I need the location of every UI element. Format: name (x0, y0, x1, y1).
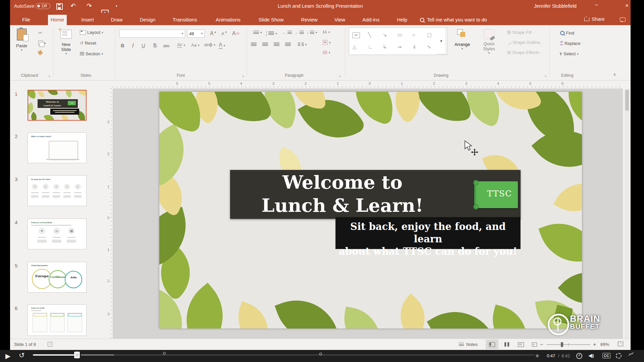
exit-fullscreen-icon[interactable]: ↙ ↗ (628, 351, 634, 357)
progress-played[interactable] (33, 354, 76, 356)
quick-access-customize-icon[interactable]: ▾ (116, 4, 117, 8)
underline-button[interactable]: U (142, 43, 145, 48)
shape-gallery[interactable]: A≡ ╲ ↘ ▭ ○ ▢ △ ∟ ↳ ⇒ ⇓ ∿ (349, 27, 447, 55)
paragraph-dialog-launcher-icon[interactable]: ↘ (338, 74, 341, 78)
accessibility-checker-icon[interactable]: ✓ (48, 342, 52, 347)
shrink-font-button[interactable]: A▼ (221, 31, 227, 36)
text-direction-button[interactable]: ‖A▾ (323, 30, 330, 35)
oval-shape-icon[interactable]: ○ (412, 32, 415, 38)
line-spacing-button[interactable]: ↕▾ (307, 31, 317, 35)
shape-outline-button[interactable]: Shape Outline· (507, 40, 542, 45)
slide-thumbnail-6[interactable]: Cruise for Credit (28, 304, 87, 336)
clipboard-dialog-launcher-icon[interactable]: ↘ (48, 74, 50, 78)
redo-icon[interactable]: ↷ (87, 3, 92, 9)
volume-icon[interactable]: ◀))) (588, 353, 593, 358)
font-dialog-launcher-icon[interactable]: ↘ (241, 74, 244, 78)
align-center-button[interactable] (262, 43, 268, 47)
font-size-input[interactable]: 48▾ (187, 29, 205, 38)
slide-thumbnail-4[interactable]: Follow us on Social Media ✈ ▭ ▤ (28, 219, 87, 249)
down-arrow-shape-icon[interactable]: ⇓ (412, 44, 417, 50)
align-right-button[interactable] (274, 43, 279, 47)
font-name-input[interactable]: ▾ (119, 29, 185, 38)
slide-editing-area[interactable]: Welcome to Lunch & Learn! TTSC Sit back,… (159, 92, 582, 328)
shape-effects-button[interactable]: Shape Effects· (507, 50, 542, 55)
line-shape-icon[interactable]: ╲ (368, 32, 371, 38)
play-icon[interactable]: ▶ (5, 352, 10, 360)
zoom-percent[interactable]: 69% (600, 342, 609, 347)
elbow-connector-icon[interactable]: ∟ (368, 44, 373, 50)
zoom-slider[interactable] (547, 344, 590, 345)
progress-buffered[interactable] (81, 354, 114, 356)
tab-design[interactable]: Design (137, 15, 158, 24)
tab-help[interactable]: Help (394, 15, 410, 24)
zoom-slider-thumb[interactable] (561, 342, 563, 347)
progress-remaining[interactable] (114, 354, 534, 356)
slide-title[interactable]: Welcome to Lunch & Learn! (233, 171, 451, 217)
decrease-indent-button[interactable]: ← (282, 31, 292, 35)
elbow-arrow-connector-icon[interactable]: ↳ (383, 44, 387, 50)
align-text-button[interactable]: ▾ (323, 40, 331, 45)
highlight-button[interactable]: ab ▾ (204, 43, 215, 47)
share-button[interactable]: Share (584, 16, 605, 22)
select-button[interactable]: Select▾ (560, 51, 579, 56)
tab-home[interactable]: Home (48, 15, 67, 25)
comments-icon[interactable] (620, 17, 626, 22)
columns-button[interactable]: ▾ (298, 43, 307, 47)
slideshow-view-button[interactable]: ▾ (528, 340, 541, 349)
undo-icon[interactable]: ↶ (70, 3, 76, 9)
triangle-shape-icon[interactable]: △ (353, 44, 357, 50)
convert-smartart-button[interactable]: ▾ (323, 51, 330, 54)
reset-button[interactable]: ↺ Reset (80, 41, 96, 46)
tab-insert[interactable]: Insert (78, 15, 97, 24)
section-button[interactable]: Section▾ (80, 51, 103, 56)
close-icon[interactable]: × (625, 3, 629, 8)
character-spacing-button[interactable]: AV▾ (177, 43, 185, 48)
title-banner[interactable]: Welcome to Lunch & Learn! TTSC (230, 170, 521, 219)
text-shadow-button[interactable]: S (153, 43, 157, 49)
scrollbar-thumb[interactable] (625, 90, 629, 111)
shape-gallery-more-icon[interactable]: ▼ (437, 27, 446, 54)
bullets-button[interactable]: ⁚▾ (251, 31, 262, 35)
clear-formatting-button[interactable]: A (232, 31, 239, 37)
shape-fill-button[interactable]: Shape Fill· (507, 30, 534, 35)
tab-draw[interactable]: Draw (108, 15, 125, 24)
slide-thumbnail-2[interactable]: What's on today's menu? (28, 132, 87, 163)
italic-button[interactable]: I (131, 43, 133, 49)
minimize-icon[interactable]: – (595, 2, 598, 7)
slide-thumbnail-1[interactable]: Welcome to Lunch & Learn! TTSC (28, 90, 87, 121)
normal-view-button[interactable] (486, 340, 498, 349)
fit-to-window-icon[interactable]: ⁘ (618, 342, 623, 346)
quick-styles-button[interactable]: Quick Styles ▾ (477, 29, 501, 55)
notes-button[interactable]: Notes (459, 342, 478, 347)
font-color-button[interactable]: A▾ (219, 42, 225, 49)
tell-me-search[interactable]: Tell me what you want to do (420, 17, 487, 22)
closed-captions-icon[interactable]: CC (602, 353, 610, 358)
replay-icon[interactable]: ↺ (19, 351, 25, 359)
align-left-button[interactable] (251, 43, 257, 47)
arrange-button[interactable]: Arrange ▾ (451, 29, 474, 50)
zoom-in-button[interactable]: + (593, 342, 596, 348)
arrow-line-shape-icon[interactable]: ↘ (383, 32, 387, 38)
tab-animations[interactable]: Animations (213, 15, 243, 24)
numbering-button[interactable]: 12▾ (266, 31, 277, 37)
tab-file[interactable]: File (19, 15, 33, 24)
paste-button[interactable]: Paste ▾ (16, 28, 27, 52)
slide-thumbnail-3[interactable]: So many fun U.S. Cities! ▪ ▪ ▪ ▪ ▪ (28, 175, 87, 206)
increase-indent-button[interactable]: → (294, 31, 304, 35)
justify-button[interactable] (285, 43, 291, 47)
subtitle-banner[interactable]: Sit back, enjoy the food, and learn abou… (335, 217, 521, 249)
text-box-shape-icon[interactable]: A≡ (353, 33, 360, 38)
rectangle-shape-icon[interactable]: ▭ (397, 32, 402, 38)
collapse-ribbon-icon[interactable]: ∧ (613, 72, 616, 77)
drawing-dialog-launcher-icon[interactable]: ↘ (544, 74, 547, 78)
right-arrow-shape-icon[interactable]: ⇒ (397, 44, 402, 50)
tab-add-ins[interactable]: Add-ins (360, 15, 382, 24)
reading-view-button[interactable] (515, 340, 527, 349)
new-slide-button[interactable]: New Slide ▾ (56, 28, 76, 55)
slide-thumbnail-5[interactable]: Global Opportunities Europe Caribbean As… (28, 262, 87, 293)
tab-review[interactable]: Review (298, 15, 320, 24)
ttsc-ribbon-badge[interactable]: TTSC (475, 181, 518, 208)
find-button[interactable]: Find (560, 31, 574, 36)
zoom-out-button[interactable]: − (540, 342, 543, 348)
change-case-button[interactable]: Aa▾ (191, 43, 199, 48)
